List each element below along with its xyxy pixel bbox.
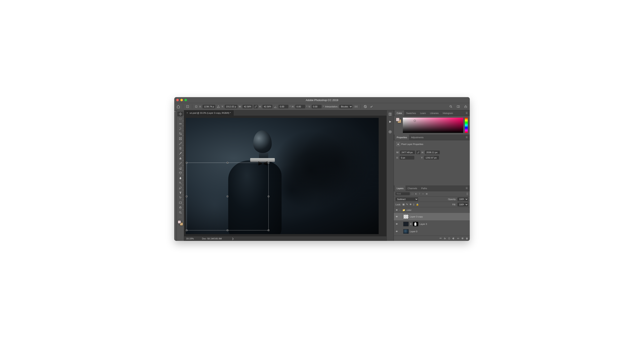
home-icon[interactable]	[176, 104, 181, 109]
layer-thumbnail[interactable]	[403, 214, 408, 219]
zoom-window-icon[interactable]	[184, 99, 187, 101]
lock-pixels-icon[interactable]: ✎	[406, 203, 408, 206]
blur-tool[interactable]	[177, 176, 184, 180]
canvas[interactable]	[186, 118, 379, 234]
dodge-tool[interactable]	[177, 180, 184, 185]
search-icon[interactable]	[448, 104, 453, 109]
mask-icon[interactable]: ◻	[448, 237, 450, 240]
interpolation-select[interactable]: Bicubic	[339, 105, 352, 108]
filter-type-icon[interactable]: T	[419, 193, 420, 195]
document-tab[interactable]: × un.psd @ 33.3% (Layer 3 copy, RGB/8) *	[184, 110, 234, 116]
layer-item[interactable]: 👁 Layer 0	[394, 228, 470, 235]
fx-icon[interactable]: fx	[444, 237, 446, 240]
panel-menu-icon[interactable]: ☰	[464, 136, 469, 139]
filter-image-icon[interactable]: ▢	[412, 192, 414, 195]
pen-tool[interactable]	[177, 185, 184, 190]
cancel-transform-icon[interactable]	[363, 104, 368, 109]
tab-channels[interactable]: Channels	[406, 185, 419, 191]
tab-libraries[interactable]: Libraries	[428, 110, 440, 116]
rectangle-tool[interactable]	[177, 200, 184, 205]
tab-histogram[interactable]: Histogram	[440, 110, 455, 116]
eraser-tool[interactable]	[177, 166, 184, 171]
transform-box[interactable]	[186, 163, 269, 230]
lock-all-icon[interactable]: 🔒	[416, 203, 419, 206]
expand-icon[interactable]: ›	[400, 209, 401, 211]
prop-x-input[interactable]	[400, 156, 414, 160]
history-panel-icon[interactable]	[388, 112, 392, 116]
gradient-tool[interactable]	[177, 171, 184, 176]
layer-item[interactable]: 👁 Layer 3 copy	[394, 213, 470, 220]
layer-group[interactable]: 👁 › 📁 color	[394, 207, 470, 213]
zoom-level[interactable]: 33.33%	[186, 237, 194, 240]
actions-panel-icon[interactable]	[388, 120, 392, 124]
link-layers-icon[interactable]: ⚯	[440, 237, 442, 240]
healing-tool[interactable]	[177, 146, 184, 151]
edit-toolbar-icon[interactable]: ⋯	[179, 215, 182, 219]
transform-ref-icon[interactable]	[185, 104, 190, 109]
lock-transparency-icon[interactable]: ▦	[402, 203, 404, 206]
mask-thumbnail[interactable]	[413, 222, 418, 226]
clone-stamp-tool[interactable]	[177, 156, 184, 161]
relative-position-icon[interactable]	[194, 104, 198, 109]
panel-menu-icon[interactable]: ☰	[464, 187, 469, 190]
new-layer-icon[interactable]: ⊞	[462, 237, 464, 240]
zoom-tool[interactable]	[177, 210, 184, 215]
lock-position-icon[interactable]: ✥	[410, 203, 412, 206]
hskew-input[interactable]	[295, 105, 305, 108]
lasso-tool[interactable]	[177, 121, 184, 126]
quick-select-tool[interactable]	[177, 126, 184, 131]
vskew-input[interactable]	[312, 105, 322, 108]
filter-smart-icon[interactable]: ▣	[426, 192, 428, 195]
layer-thumbnail[interactable]	[403, 222, 408, 226]
path-select-tool[interactable]	[177, 195, 184, 200]
crop-tool[interactable]	[177, 131, 184, 136]
tool-dock-collapse[interactable]	[174, 110, 177, 241]
delete-layer-icon[interactable]: 🗑	[466, 237, 468, 240]
panel-menu-icon[interactable]: ☰	[464, 112, 469, 114]
tab-color[interactable]: Color	[395, 110, 404, 116]
hand-tool[interactable]	[177, 205, 184, 210]
tab-adjustments[interactable]: Adjustments	[409, 135, 426, 140]
workspace-icon[interactable]	[456, 104, 461, 109]
link-wh-icon[interactable]	[254, 105, 258, 108]
h-input[interactable]	[262, 105, 272, 108]
warp-icon[interactable]	[354, 104, 358, 109]
share-icon[interactable]	[463, 104, 468, 109]
history-brush-tool[interactable]	[177, 161, 184, 166]
foreground-background-swatch[interactable]	[396, 118, 401, 123]
group-icon[interactable]: ▭	[457, 237, 459, 240]
prop-width-input[interactable]	[400, 151, 415, 154]
visibility-icon[interactable]: 👁	[395, 215, 398, 218]
canvas-area[interactable]	[184, 116, 386, 236]
fill-select[interactable]: 100%	[458, 203, 468, 206]
x-input[interactable]	[202, 105, 215, 108]
mask-link-icon[interactable]: ⛓	[410, 223, 412, 225]
navigator-panel-icon[interactable]	[388, 130, 392, 134]
rotation-input[interactable]	[278, 105, 288, 108]
hue-slider[interactable]	[465, 118, 468, 133]
filter-toggle[interactable]	[466, 192, 468, 195]
tab-layers[interactable]: Layers	[395, 185, 406, 191]
layer-name[interactable]: Layer 3	[420, 223, 427, 225]
brush-tool[interactable]	[177, 151, 184, 156]
layer-name[interactable]: Layer 3 copy	[410, 215, 423, 218]
tab-learn[interactable]: Learn	[418, 110, 428, 116]
visibility-icon[interactable]: 👁	[395, 223, 398, 225]
frame-tool[interactable]	[177, 136, 184, 141]
status-more-icon[interactable]: ❯	[232, 237, 234, 240]
y-input[interactable]	[225, 105, 238, 108]
layer-filter-select[interactable]	[396, 192, 410, 195]
layer-name[interactable]: color	[406, 209, 412, 211]
blend-mode-select[interactable]: Subtract	[396, 197, 418, 201]
visibility-icon[interactable]: 👁	[395, 230, 398, 233]
prop-height-input[interactable]	[425, 151, 440, 154]
layer-name[interactable]: Layer 0	[410, 230, 418, 233]
color-swatches[interactable]	[178, 220, 183, 226]
eyedropper-tool[interactable]	[177, 141, 184, 146]
tab-swatches[interactable]: Swatches	[404, 110, 418, 116]
filter-shape-icon[interactable]: ▭	[422, 192, 424, 195]
move-tool[interactable]	[177, 112, 184, 116]
visibility-icon[interactable]: 👁	[395, 209, 398, 211]
opacity-select[interactable]: 100%	[458, 197, 468, 201]
color-picker[interactable]	[403, 118, 463, 133]
